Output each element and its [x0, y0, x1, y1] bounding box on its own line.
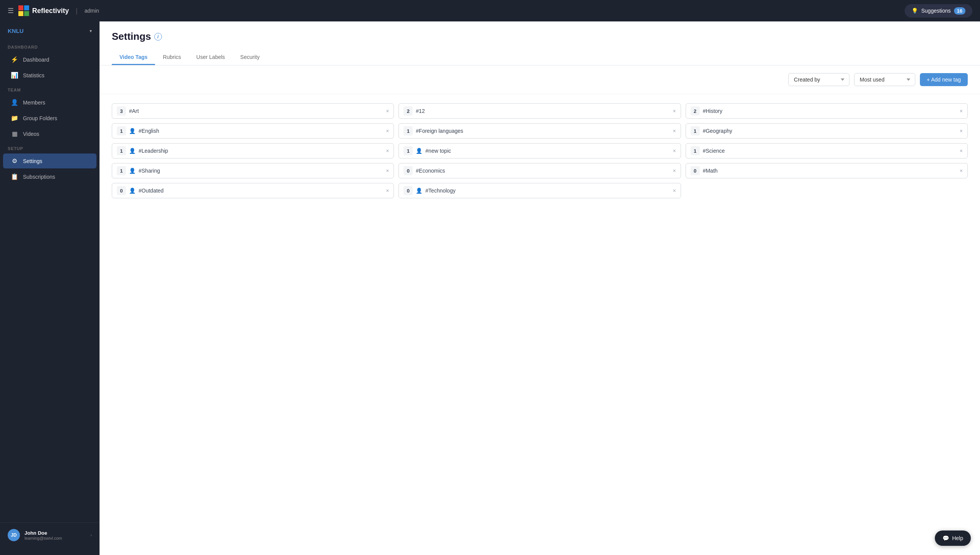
help-label: Help: [952, 535, 963, 541]
app-name: Reflectivity: [32, 7, 69, 15]
tag-item: 0👤#Technology×: [399, 183, 681, 198]
user-tag-icon: 👤: [129, 148, 136, 154]
tag-count: 0: [403, 166, 413, 175]
tag-remove-button[interactable]: ×: [386, 128, 389, 134]
tag-count: 0: [117, 186, 126, 195]
tag-remove-button[interactable]: ×: [960, 148, 963, 153]
tag-name: #new topic: [425, 148, 670, 154]
info-icon[interactable]: i: [154, 33, 162, 41]
tag-remove-button[interactable]: ×: [960, 168, 963, 173]
tag-remove-button[interactable]: ×: [386, 148, 389, 153]
toolbar: Created by Me Others Most used Least use…: [100, 65, 980, 94]
tag-remove-button[interactable]: ×: [673, 188, 676, 193]
nav-divider: |: [76, 7, 78, 15]
tag-item: 0#Math×: [686, 163, 968, 178]
tag-name: #Economics: [416, 168, 670, 174]
chevron-down-icon: ▾: [90, 28, 92, 34]
lightbulb-icon: 💡: [911, 8, 918, 14]
tag-remove-button[interactable]: ×: [673, 128, 676, 134]
svg-rect-0: [18, 5, 23, 10]
suggestions-button[interactable]: 💡 Suggestions 16: [905, 4, 972, 18]
user-profile[interactable]: JD John Doe learning@swivl.com ›: [0, 522, 100, 547]
user-tag-icon: 👤: [129, 188, 136, 194]
tag-name: #Outdated: [139, 188, 383, 194]
chat-icon: 💬: [942, 535, 949, 541]
tag-count: 2: [403, 106, 413, 116]
tag-remove-button[interactable]: ×: [960, 108, 963, 114]
topnav: ☰ Reflectivity | admin 💡 Suggestions 16: [0, 0, 980, 21]
sidebar-item-dashboard[interactable]: ⚡ Dashboard: [3, 52, 96, 67]
sidebar-item-videos[interactable]: ▦ Videos: [3, 126, 96, 141]
dashboard-icon: ⚡: [11, 56, 18, 63]
tag-item: 1👤#new topic×: [399, 143, 681, 158]
sidebar-item-label: Videos: [23, 131, 39, 137]
tag-name: #Foreign languages: [416, 128, 670, 134]
tag-remove-button[interactable]: ×: [386, 168, 389, 173]
logo-icon: [18, 5, 29, 16]
tag-item: 0👤#Outdated×: [112, 183, 394, 198]
tab-rubrics[interactable]: Rubrics: [155, 50, 188, 65]
tag-item: 0#Economics×: [399, 163, 681, 178]
sort-filter[interactable]: Most used Least used Alphabetical: [854, 73, 915, 86]
user-email: learning@swivl.com: [24, 536, 86, 540]
user-tag-icon: 👤: [129, 168, 136, 174]
tag-count: 3: [117, 106, 126, 116]
tag-remove-button[interactable]: ×: [960, 128, 963, 134]
user-tag-icon: 👤: [416, 148, 422, 154]
tags-grid: 3#Art×2#12×2#History×1👤#English×1#Foreig…: [112, 103, 968, 198]
topnav-right: 💡 Suggestions 16: [905, 4, 972, 18]
videos-icon: ▦: [11, 130, 18, 137]
created-by-filter[interactable]: Created by Me Others: [788, 73, 849, 86]
user-tag-icon: 👤: [416, 188, 422, 194]
tag-count: 1: [117, 146, 126, 155]
tag-name: #Math: [703, 168, 957, 174]
settings-title-row: Settings i: [112, 31, 968, 42]
statistics-icon: 📊: [11, 72, 18, 79]
tag-name: #Geography: [703, 128, 957, 134]
svg-rect-2: [18, 11, 23, 16]
sidebar-item-members[interactable]: 👤 Members: [3, 95, 96, 110]
tags-content: 3#Art×2#12×2#History×1👤#English×1#Foreig…: [100, 94, 980, 555]
help-button[interactable]: 💬 Help: [935, 531, 971, 546]
logo: Reflectivity: [18, 5, 69, 16]
tag-item: 2#History×: [686, 103, 968, 119]
sidebar-item-statistics[interactable]: 📊 Statistics: [3, 68, 96, 83]
tag-remove-button[interactable]: ×: [386, 188, 389, 193]
sidebar-item-label: Members: [23, 100, 45, 106]
tab-user-labels[interactable]: User Labels: [189, 50, 233, 65]
tag-item: 2#12×: [399, 103, 681, 119]
add-new-tag-button[interactable]: + Add new tag: [920, 73, 968, 86]
sidebar-item-label: Group Folders: [23, 115, 57, 121]
tab-security[interactable]: Security: [233, 50, 268, 65]
layout: KNLU ▾ DASHBOARD ⚡ Dashboard 📊 Statistic…: [0, 21, 980, 555]
sidebar: KNLU ▾ DASHBOARD ⚡ Dashboard 📊 Statistic…: [0, 21, 100, 555]
tag-remove-button[interactable]: ×: [673, 108, 676, 114]
sidebar-item-settings[interactable]: ⚙ Settings: [3, 153, 96, 168]
avatar: JD: [8, 529, 20, 541]
admin-label: admin: [85, 8, 99, 14]
settings-icon: ⚙: [11, 157, 18, 165]
tag-item: 1#Foreign languages×: [399, 123, 681, 139]
sidebar-item-subscriptions[interactable]: 📋 Subscriptions: [3, 169, 96, 184]
subscriptions-icon: 📋: [11, 173, 18, 180]
topnav-left: ☰ Reflectivity | admin: [8, 5, 99, 16]
tag-remove-button[interactable]: ×: [673, 168, 676, 173]
tag-remove-button[interactable]: ×: [673, 148, 676, 153]
section-label-dashboard: DASHBOARD: [0, 40, 100, 52]
members-icon: 👤: [11, 99, 18, 106]
arrow-right-icon: ›: [90, 532, 92, 538]
hamburger-icon[interactable]: ☰: [8, 7, 14, 15]
sidebar-item-group-folders[interactable]: 📁 Group Folders: [3, 111, 96, 126]
tag-count: 1: [117, 166, 126, 175]
tag-count: 0: [691, 166, 700, 175]
user-info: John Doe learning@swivl.com: [24, 530, 86, 540]
tab-video-tags[interactable]: Video Tags: [112, 50, 155, 65]
user-tag-icon: 👤: [129, 128, 136, 134]
tag-count: 1: [403, 146, 413, 155]
suggestions-count: 16: [954, 7, 965, 15]
tag-remove-button[interactable]: ×: [386, 108, 389, 114]
tag-item: 1#Science×: [686, 143, 968, 158]
org-selector[interactable]: KNLU ▾: [0, 21, 100, 40]
tabs: Video Tags Rubrics User Labels Security: [112, 50, 968, 65]
sidebar-item-label: Dashboard: [23, 57, 49, 63]
